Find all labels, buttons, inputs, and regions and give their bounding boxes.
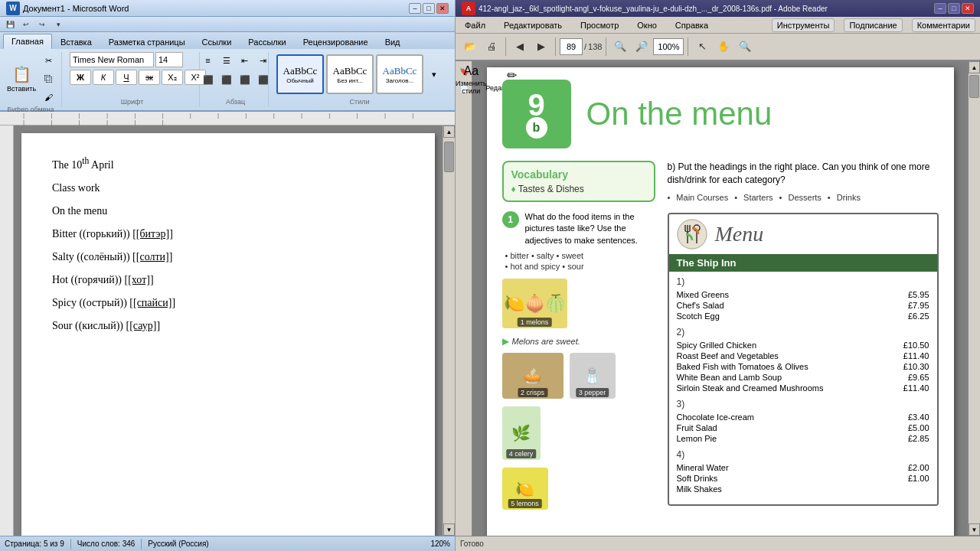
pdf-header: 9 b On the menu	[502, 80, 939, 148]
reader-print-button[interactable]: 🖨	[482, 37, 501, 57]
doc-line-bitter: Bitter ((горький)) [[битэр]]	[52, 228, 404, 240]
tab-page-layout[interactable]: Разметка страницы	[100, 34, 194, 49]
numbered-list-button[interactable]: ☰	[218, 52, 235, 69]
reader-menu-file[interactable]: Файл	[460, 19, 490, 31]
change-styles-button[interactable]: Aa Изменить стили	[455, 58, 488, 101]
tab-references[interactable]: Ссылки	[194, 34, 240, 49]
ruler-marks: | | | | | | | | | | | | | | | | | | | | …	[23, 112, 432, 126]
reader-next-page-button[interactable]: ▶	[531, 37, 551, 57]
tab-mailings[interactable]: Рассылки	[240, 34, 294, 49]
word-scroll-down[interactable]: ▼	[443, 523, 455, 536]
bitter-en: Bitter	[52, 228, 77, 240]
reader-menu-edit[interactable]: Редактировать	[499, 19, 567, 31]
menu-item-scotch-egg: Scotch Egg £6.25	[677, 311, 929, 321]
reader-hand-tool[interactable]: ✋	[714, 37, 733, 57]
reader-minimize-button[interactable]: –	[934, 3, 946, 14]
word-maximize-button[interactable]: □	[423, 3, 435, 14]
word-undo-button[interactable]: ↩	[19, 18, 33, 31]
reader-tools-btn[interactable]: Инструменты	[772, 18, 835, 32]
reader-menu-view[interactable]: Просмотр	[576, 19, 623, 31]
word-scroll-up[interactable]: ▲	[443, 126, 455, 138]
ribbon-group-clipboard: 📋 Вставить ✂ ⿻ 🖌 Буфер обмена	[5, 52, 62, 107]
reader-zoom-out-button[interactable]: 🔍	[610, 37, 630, 57]
reader-menu-window[interactable]: Окно	[632, 19, 662, 31]
word-document-area[interactable]: The 10th April Class work On the menu Bi…	[14, 126, 443, 536]
reader-logo-icon: A	[462, 2, 475, 15]
cut-button[interactable]: ✂	[40, 52, 57, 69]
reader-comment-btn[interactable]: Комментарии	[912, 18, 975, 32]
menu-circle-icon	[677, 219, 707, 249]
bitter-ru: ((горький))	[79, 228, 129, 240]
doc-line-sour: Sour ((кислый)) [[саур]]	[52, 320, 404, 332]
tab-home[interactable]: Главная	[3, 34, 52, 49]
tab-review[interactable]: Рецензирование	[295, 34, 377, 49]
word-page-info: Страница: 5 из 9	[5, 540, 64, 548]
reader-page-input[interactable]	[560, 38, 583, 55]
reader-scroll-up[interactable]: ▲	[969, 61, 980, 73]
style-normal[interactable]: AaBbCc Обычный	[276, 54, 324, 94]
reader-maximize-button[interactable]: □	[948, 3, 960, 14]
food-item-melons: 🍋🧅🍈 1 melons	[502, 279, 655, 328]
word-redo-button[interactable]: ↪	[35, 18, 49, 31]
item-name-lamb-soup: White Bean and Lamb Soup	[677, 373, 782, 382]
bold-button[interactable]: Ж	[70, 70, 91, 85]
exercise-1-box: 1 What do the food items in the pictures…	[502, 211, 655, 271]
celery-image: 🌿 4 celery	[502, 406, 541, 460]
style-no-spacing[interactable]: AaBbCc Без инт...	[326, 54, 374, 94]
word-qat-dropdown[interactable]: ▾	[51, 18, 65, 31]
reader-doc-area[interactable]: 9 b On the menu Vocabulary	[472, 61, 968, 536]
menu-item-milk-shakes: Milk Shakes	[677, 484, 929, 494]
menu-section-1-num: 1)	[677, 276, 929, 287]
word-scroll-thumb[interactable]	[444, 142, 454, 172]
paste-button[interactable]: 📋 Вставить	[5, 57, 38, 100]
underline-button[interactable]: Ч	[116, 70, 137, 85]
reader-find-button[interactable]: 🔍	[735, 37, 755, 57]
tab-view[interactable]: Вид	[377, 34, 409, 49]
celery-label: 4 celery	[506, 449, 537, 458]
indent-decrease-button[interactable]: ⇤	[237, 52, 253, 69]
word-zoom: 120%	[430, 540, 450, 548]
font-size-input[interactable]	[155, 52, 183, 67]
word-close-button[interactable]: ✕	[436, 3, 449, 14]
reader-open-button[interactable]: 📂	[460, 37, 480, 57]
reader-scroll-track[interactable]	[969, 73, 980, 523]
reader-scrollbar: ▲ ▼	[968, 61, 980, 536]
subscript-button[interactable]: X₂	[162, 70, 183, 85]
reader-zoom-in-button[interactable]: 🔎	[632, 37, 652, 57]
align-center-button[interactable]: ⬛	[218, 71, 235, 88]
align-left-button[interactable]: ⬛	[200, 71, 217, 88]
date-suffix: April	[89, 159, 113, 171]
reader-scroll-thumb[interactable]	[969, 75, 979, 98]
reader-close-button[interactable]: ✕	[962, 3, 974, 14]
style-heading1[interactable]: AaBbCc Заголов...	[376, 54, 423, 94]
align-right-button[interactable]: ⬛	[237, 71, 253, 88]
doc-line-salty: Salty ((солёный)) [[солти]]	[52, 251, 404, 263]
reader-select-tool[interactable]: ↖	[692, 37, 712, 57]
reader-scroll-down[interactable]: ▼	[969, 523, 980, 536]
italic-button[interactable]: К	[93, 70, 114, 85]
word-minimize-button[interactable]: –	[409, 3, 421, 14]
word-scroll-track[interactable]	[443, 138, 455, 523]
menu-body: 1) Mixed Greens £5.95 Chef's Salad £7.95	[669, 272, 937, 504]
font-name-input[interactable]	[70, 52, 154, 67]
justify-button[interactable]: ⬛	[255, 71, 272, 88]
copy-button[interactable]: ⿻	[40, 70, 57, 87]
strikethrough-button[interactable]: зк	[139, 70, 160, 85]
styles-dropdown[interactable]: ▾	[426, 66, 443, 83]
reader-bottombar: Готово	[456, 536, 980, 551]
pdf-logo-number: 9	[528, 90, 544, 120]
item-price-fruit-salad: £5.00	[908, 423, 929, 432]
reader-prev-page-button[interactable]: ◀	[510, 37, 530, 57]
list-buttons: ≡ ☰ ⇤ ⇥	[200, 52, 272, 69]
reader-zoom-input[interactable]	[653, 38, 684, 55]
reader-menu-help[interactable]: Справка	[671, 19, 713, 31]
format-painter-button[interactable]: 🖌	[40, 89, 57, 106]
reader-sign-btn[interactable]: Подписание	[844, 18, 902, 32]
bullet-list-button[interactable]: ≡	[200, 52, 217, 69]
indent-increase-button[interactable]: ⇥	[255, 52, 272, 69]
word-statusbar: Страница: 5 из 9 Число слов: 346 Русский…	[0, 536, 455, 551]
item-name-soft-drinks: Soft Drinks	[677, 474, 718, 483]
word-save-button[interactable]: 💾	[3, 18, 17, 31]
exercise-1-bullets: bitter • salty • sweet hot and spicy • s…	[502, 251, 655, 271]
tab-insert[interactable]: Вставка	[52, 34, 100, 49]
